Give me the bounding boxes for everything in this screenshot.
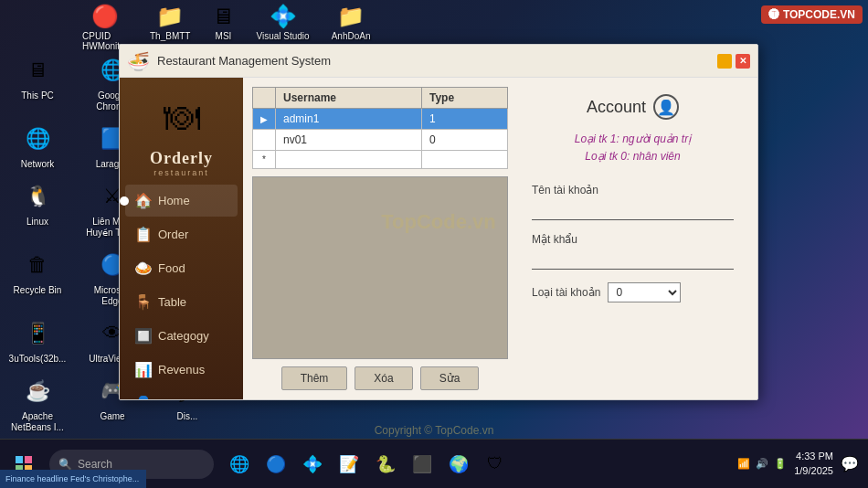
finance-ticker: Finance headline Fed's Christophe... xyxy=(0,470,146,488)
account-info-line1: Loại tk 1: người quản trị xyxy=(532,131,734,148)
cell-type-new xyxy=(421,151,507,169)
home-icon: 🏠 xyxy=(134,192,151,209)
sidebar-logo-sub: restaurant xyxy=(153,168,209,177)
svg-rect-0 xyxy=(16,456,23,463)
nav-label-food: Food xyxy=(158,261,185,275)
desktop: 🅣 TOPCODE.VN 🔴 CPUIDHWMonitor 📁 Th_BMTT … xyxy=(0,0,868,439)
minimize-button[interactable] xyxy=(717,54,732,69)
row-indicator-new: * xyxy=(253,151,276,169)
nav-item-order[interactable]: 📋 Order xyxy=(125,218,238,250)
taskbar-app-shield[interactable]: 🛡 xyxy=(479,448,512,481)
add-button[interactable]: Thêm xyxy=(281,366,348,390)
top-folder-vs-label: Visual Studio xyxy=(256,31,309,41)
account-form: Tên tài khoản Mật khẩu Loại tài khoản xyxy=(532,184,734,302)
username-label: Tên tài khoản xyxy=(532,184,734,196)
col-type: Type xyxy=(421,88,507,109)
desktop-icon-network[interactable]: 🌐 Network xyxy=(4,118,71,174)
cell-username-admin1: admin1 xyxy=(276,109,422,130)
nav-item-table[interactable]: 🪑 Table xyxy=(125,286,238,318)
speaker-icon: 🔊 xyxy=(756,458,768,470)
nav-label-category: Categogy xyxy=(158,329,209,343)
network-label: Network xyxy=(21,159,55,170)
table-row-nv01[interactable]: nv01 0 xyxy=(253,130,508,151)
taskbar-apps: 🌐 🔵 💠 📝 🐍 ⬛ 🌍 🛡 xyxy=(223,448,512,481)
account-info-line2: Loại tk 0: nhân viên xyxy=(532,148,734,165)
main-content: Username Type ▶ admin1 1 xyxy=(243,78,757,399)
desktop-icon-3utools[interactable]: 📱 3uTools(32b... xyxy=(4,313,71,368)
3utools-icon: 📱 xyxy=(20,316,55,351)
account-section: TopCode.vn Account 👤 Loại tk 1: người qu… xyxy=(517,87,748,390)
sidebar-logo: 🍽 Orderly restaurant xyxy=(150,85,214,177)
desktop-icon-thispc[interactable]: 🖥 This PC xyxy=(4,49,71,116)
row-indicator-nv01 xyxy=(253,130,276,151)
finance-ticker-text: Finance headline Fed's Christophe... xyxy=(5,474,139,483)
sidebar-nav: 🏠 Home 📋 Order 🍛 Food 🪑 Table xyxy=(120,185,243,399)
desktop-icon-linux[interactable]: 🐧 Linux xyxy=(4,175,71,242)
top-folder-anhdoan-label: AnhDoAn xyxy=(332,31,371,41)
nav-label-order: Order xyxy=(158,228,188,241)
username-field: Tên tài khoản xyxy=(532,184,734,220)
delete-button[interactable]: Xóa xyxy=(355,366,412,390)
username-input[interactable] xyxy=(532,200,734,220)
taskbar-app-edge[interactable]: 🔵 xyxy=(259,448,292,481)
taskbar: 🔍 Search 🌐 🔵 💠 📝 🐍 ⬛ 🌍 🛡 📶 🔊 🔋 4:33 PM 1… xyxy=(0,439,868,488)
thispc-icon: 🖥 xyxy=(20,53,55,88)
taskbar-time-value: 4:33 PM xyxy=(794,450,833,463)
top-folder-msi-label: MSI xyxy=(216,31,232,41)
nav-item-food[interactable]: 🍛 Food xyxy=(125,252,238,284)
type-label: Loại tài khoản xyxy=(532,286,600,299)
notification-icon[interactable]: 💬 xyxy=(841,455,859,472)
revenus-icon: 📊 xyxy=(134,361,151,378)
type-select[interactable]: 0 1 xyxy=(608,282,681,302)
app-title-controls: ✕ xyxy=(717,54,750,69)
topcode-brand-text: TOPCODE.VN xyxy=(783,8,855,21)
edit-button[interactable]: Sửa xyxy=(420,366,480,390)
row-indicator-admin1: ▶ xyxy=(253,109,276,130)
taskbar-app-word[interactable]: 📝 xyxy=(333,448,365,481)
taskbar-app-chrome[interactable]: 🌐 xyxy=(223,448,256,481)
app-title-icon: 🍜 xyxy=(127,50,150,72)
category-icon: 🔲 xyxy=(134,327,151,345)
food-icon: 🍛 xyxy=(134,260,151,277)
taskbar-app-vscode[interactable]: 💠 xyxy=(296,448,329,481)
order-icon: 📋 xyxy=(134,226,151,243)
app-body: 🍽 Orderly restaurant 🏠 Home 📋 Order 🍛 xyxy=(120,78,757,399)
table-row-admin1[interactable]: ▶ admin1 1 xyxy=(253,109,508,130)
topcode-logo-icon: 🅣 xyxy=(768,8,779,21)
password-field: Mật khẩu xyxy=(532,233,734,270)
app-title-text: Restaurant Management System xyxy=(157,54,710,68)
nav-item-revenus[interactable]: 📊 Revenus xyxy=(125,354,238,386)
table-row-new[interactable]: * xyxy=(253,151,508,169)
sidebar: 🍽 Orderly restaurant 🏠 Home 📋 Order 🍛 xyxy=(120,78,243,399)
sidebar-logo-text: Orderly xyxy=(150,149,213,168)
desktop-icon-recyclebin[interactable]: 🗑 Recycle Bin xyxy=(4,244,71,311)
nav-item-home[interactable]: 🏠 Home xyxy=(125,185,238,217)
search-icon: 🔍 xyxy=(58,458,72,471)
nav-item-account[interactable]: 👤 Account xyxy=(125,387,238,399)
nav-item-category[interactable]: 🔲 Categogy xyxy=(125,320,238,352)
account-info: Loại tk 1: người quản trị Loại tk 0: nhâ… xyxy=(532,131,734,165)
svg-rect-1 xyxy=(25,456,32,463)
cell-username-nv01: nv01 xyxy=(276,130,422,151)
3utools-label: 3uTools(32b... xyxy=(9,354,67,365)
nav-label-revenus: Revenus xyxy=(158,363,205,377)
taskbar-clock: 4:33 PM 1/9/2025 xyxy=(794,450,833,478)
nav-label-account: Account xyxy=(158,397,201,399)
account-table: Username Type ▶ admin1 1 xyxy=(252,87,508,169)
password-label: Mật khẩu xyxy=(532,233,734,246)
nav-label-table: Table xyxy=(158,295,186,309)
app-window: 🍜 Restaurant Management System ✕ 🍽 Order… xyxy=(119,44,758,400)
table-icon: 🪑 xyxy=(134,293,151,311)
taskbar-app-net[interactable]: 🌍 xyxy=(442,448,475,481)
copyright-text: Copyright © TopCode.vn xyxy=(375,424,494,437)
network-icon: 🌐 xyxy=(20,122,55,156)
password-input[interactable] xyxy=(532,249,734,270)
close-button[interactable]: ✕ xyxy=(736,54,750,69)
sidebar-logo-icon: 🍽 xyxy=(150,85,214,149)
taskbar-app-term[interactable]: ⬛ xyxy=(406,448,439,481)
type-row: Loại tài khoản 0 1 xyxy=(532,282,734,302)
account-title: Account xyxy=(587,98,646,117)
recyclebin-label: Recycle Bin xyxy=(14,285,62,296)
battery-icon: 🔋 xyxy=(774,458,787,470)
taskbar-app-python[interactable]: 🐍 xyxy=(369,448,402,481)
